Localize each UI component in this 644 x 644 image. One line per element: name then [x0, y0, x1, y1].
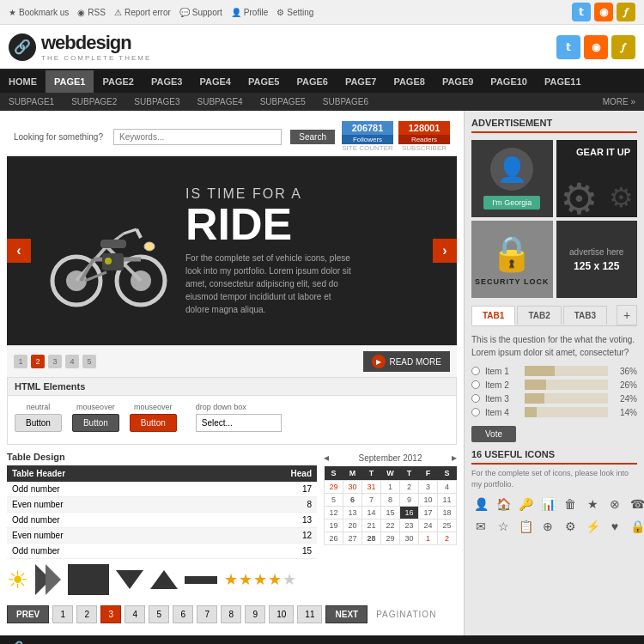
cal-day[interactable]: 3 [419, 481, 438, 494]
header-twitter-icon[interactable]: 𝕥 [556, 35, 580, 59]
icon-item-5[interactable]: 🗑 [561, 495, 580, 513]
cal-day[interactable]: 2 [438, 532, 457, 545]
cal-day[interactable]: 17 [419, 507, 438, 519]
lock-ad[interactable]: 🔒 SECURITY LOCK [471, 221, 553, 298]
cal-day[interactable]: 11 [438, 494, 457, 507]
page-btn-7[interactable]: 7 [197, 605, 217, 623]
poll-radio-2[interactable] [471, 380, 480, 389]
icon-item-12[interactable]: ⊕ [538, 517, 557, 536]
cal-day[interactable]: 22 [381, 519, 400, 532]
nav-page1[interactable]: PAGE1 [46, 70, 94, 93]
tab-3[interactable]: TAB3 [563, 306, 607, 325]
cal-day[interactable]: 7 [362, 494, 381, 507]
icon-item-16[interactable]: 🔒 [628, 517, 644, 536]
icon-item-6[interactable]: ★ [583, 495, 602, 513]
rss-link[interactable]: ◉ RSS [77, 8, 106, 17]
cal-day[interactable]: 8 [381, 494, 400, 507]
dropdown-select[interactable]: Select... Option 1 Option 2 [196, 414, 282, 432]
cal-day[interactable]: 4 [438, 481, 457, 494]
nav-page9[interactable]: PAGE9 [434, 70, 482, 93]
nav-page6[interactable]: PAGE6 [288, 70, 336, 93]
setting-link[interactable]: ⚙ Setting [276, 8, 313, 17]
nav-home[interactable]: HOME [0, 70, 46, 93]
twitter-icon[interactable]: 𝕥 [572, 3, 591, 21]
cal-day[interactable]: 29 [325, 481, 343, 494]
subnav-3[interactable]: SUBPAGE3 [125, 93, 188, 111]
friendfeed-icon[interactable]: 𝒇 [617, 3, 635, 21]
nav-more-button[interactable]: MORE » [594, 93, 644, 111]
nav-page7[interactable]: PAGE7 [337, 70, 385, 93]
icon-item-3[interactable]: 🔑 [516, 495, 535, 513]
report-link[interactable]: ⚠ Report error [114, 8, 171, 17]
read-more-button[interactable]: ▶ READ MORE [363, 351, 450, 372]
vote-button[interactable]: Vote [471, 426, 516, 442]
cal-day[interactable]: 26 [325, 532, 343, 545]
page-btn-3[interactable]: 3 [100, 605, 121, 623]
cal-day[interactable]: 9 [400, 494, 419, 507]
cal-day[interactable]: 30 [343, 481, 362, 494]
mouseover2-button[interactable]: Button [130, 414, 177, 432]
page-btn-1[interactable]: 1 [52, 605, 73, 623]
cal-day[interactable]: 6 [343, 494, 362, 507]
cal-day[interactable]: 24 [419, 519, 438, 532]
icon-item-13[interactable]: ⚙ [561, 517, 580, 536]
profile-button[interactable]: I'm Georgia [483, 196, 540, 210]
cal-day[interactable]: 19 [325, 519, 343, 532]
page-btn-9[interactable]: 9 [245, 605, 265, 623]
cal-day[interactable]: 5 [325, 494, 343, 507]
nav-page3[interactable]: PAGE3 [143, 70, 191, 93]
tab-1[interactable]: TAB1 [471, 306, 515, 325]
icon-item-10[interactable]: ☆ [494, 517, 513, 536]
page-btn-4[interactable]: 4 [125, 605, 145, 623]
icon-item-15[interactable]: ♥ [605, 517, 624, 536]
search-input[interactable] [113, 129, 282, 145]
slider-prev-arrow[interactable]: ‹ [7, 239, 31, 263]
page-btn-8[interactable]: 8 [221, 605, 241, 623]
cal-day[interactable]: 10 [419, 494, 438, 507]
page-btn-5[interactable]: 5 [149, 605, 169, 623]
cal-next-arrow[interactable]: ▸ [452, 452, 457, 464]
page-btn-6[interactable]: 6 [173, 605, 193, 623]
poll-radio-3[interactable] [471, 394, 480, 403]
mouseover1-button[interactable]: Button [72, 414, 119, 432]
dot-2[interactable]: 2 [31, 355, 45, 368]
next-button[interactable]: NEXT [325, 605, 368, 623]
nav-page2[interactable]: PAGE2 [94, 70, 142, 93]
icon-item-4[interactable]: 📊 [538, 495, 557, 513]
cal-day[interactable]: 16 [400, 507, 419, 519]
cal-day[interactable]: 18 [438, 507, 457, 519]
poll-radio-4[interactable] [471, 408, 480, 416]
subnav-6[interactable]: SUBPAGE6 [314, 93, 377, 111]
cal-day[interactable]: 2 [400, 481, 419, 494]
cal-prev-arrow[interactable]: ◂ [324, 452, 329, 464]
nav-page8[interactable]: PAGE8 [385, 70, 433, 93]
icon-item-7[interactable]: ⊗ [605, 495, 624, 513]
nav-page5[interactable]: PAGE5 [240, 70, 288, 93]
dot-3[interactable]: 3 [48, 355, 62, 368]
cal-day[interactable]: 21 [362, 519, 381, 532]
cal-day[interactable]: 1 [419, 532, 438, 545]
icon-item-11[interactable]: 📋 [516, 517, 535, 536]
icon-item-1[interactable]: 👤 [471, 495, 490, 513]
cal-day[interactable]: 25 [438, 519, 457, 532]
dot-1[interactable]: 1 [14, 355, 27, 368]
icon-item-2[interactable]: 🏠 [494, 495, 513, 513]
cal-day[interactable]: 12 [325, 507, 343, 519]
cal-day[interactable]: 28 [362, 532, 381, 545]
profile-ad[interactable]: 👤 I'm Georgia [471, 140, 553, 217]
icon-item-14[interactable]: ⚡ [583, 517, 602, 536]
search-button[interactable]: Search [290, 130, 335, 144]
poll-radio-1[interactable] [471, 367, 480, 375]
neutral-button[interactable]: Button [15, 414, 62, 432]
cal-day[interactable]: 14 [362, 507, 381, 519]
dot-4[interactable]: 4 [65, 355, 79, 368]
support-link[interactable]: 💬 Support [179, 8, 222, 17]
subnav-2[interactable]: SUBPAGE2 [63, 93, 125, 111]
header-rss-icon[interactable]: ◉ [584, 35, 608, 59]
nav-page10[interactable]: PAGE10 [482, 70, 536, 93]
header-f-icon[interactable]: 𝒇 [611, 35, 635, 59]
subnav-5[interactable]: SUBPAGE5 [252, 93, 314, 111]
tab-add-button[interactable]: + [617, 305, 637, 325]
cal-day[interactable]: 15 [381, 507, 400, 519]
cal-day[interactable]: 30 [400, 532, 419, 545]
